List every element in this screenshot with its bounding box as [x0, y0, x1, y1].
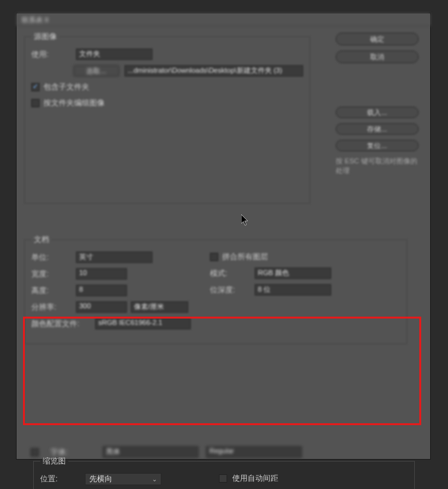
dialog-title: 联系表 II	[22, 16, 49, 24]
bit-label: 位深度:	[210, 285, 255, 296]
res-label: 分辨率:	[31, 302, 76, 313]
font-style-select[interactable]: Regular	[206, 446, 302, 458]
app-background: 联系表 II 确定 取消 载入... 存储... 复位... 按 ESC 键可取…	[0, 0, 448, 489]
place-label: 位置:	[40, 474, 85, 485]
width-input[interactable]: 10	[76, 268, 127, 280]
bit-select[interactable]: 8 位	[255, 284, 331, 296]
res-unit-select[interactable]: 像素/厘米	[131, 301, 188, 313]
place-value: 先横向	[89, 474, 112, 485]
source-legend: 源图像	[31, 31, 59, 42]
include-subfolders-label: 包含子文件夹	[43, 82, 89, 93]
document-legend: 文档	[31, 234, 52, 245]
unit-label: 单位:	[31, 252, 76, 263]
document-fieldset: 文档 单位:英寸 宽度:10 高度:8 分辨率:300像素/厘米 拼合所有图层 …	[24, 234, 407, 344]
mode-select[interactable]: RGB 颜色	[255, 267, 331, 279]
dialog: 联系表 II 确定 取消 载入... 存储... 复位... 按 ESC 键可取…	[16, 13, 431, 460]
flatten-checkbox[interactable]	[210, 253, 218, 261]
reset-button[interactable]: 复位...	[336, 140, 419, 151]
mode-label: 模式:	[210, 268, 255, 279]
load-button[interactable]: 载入...	[336, 107, 419, 118]
action-column: 确定 取消 载入... 存储... 复位... 按 ESC 键可取消对图像的处理	[336, 33, 419, 176]
use-select[interactable]: 文件夹	[76, 49, 153, 60]
dialog-titlebar: 联系表 II	[17, 13, 430, 26]
path-field[interactable]: ...dministrator\Downloads\Desktop\新建文件夹 …	[124, 65, 303, 77]
source-fieldset: 源图像 使用: 文件夹 选取... ...dministrator\Downlo…	[24, 31, 310, 204]
chevron-down-icon: ⌄	[152, 476, 157, 483]
mouse-cursor-icon	[241, 214, 249, 226]
profile-select[interactable]: sRGB IEC61966-2.1	[95, 318, 191, 329]
caption-checkbox[interactable]	[31, 448, 39, 456]
group-by-folder-label: 按文件夹编组图像	[43, 98, 105, 109]
include-subfolders-checkbox[interactable]	[31, 83, 40, 91]
unit-select[interactable]: 英寸	[76, 252, 153, 263]
font-select[interactable]: 黑体	[103, 446, 198, 458]
ok-button[interactable]: 确定	[336, 33, 419, 45]
esc-hint: 按 ESC 键可取消对图像的处理	[336, 156, 419, 176]
thumbnail-fieldset: 缩览图 位置: 先横向 ⌄ 列数: 8	[33, 456, 415, 489]
use-label: 使用:	[31, 49, 76, 60]
cancel-button[interactable]: 取消	[336, 50, 419, 63]
auto-space-label: 使用自动间距	[232, 473, 278, 484]
res-input[interactable]: 300	[76, 301, 127, 313]
auto-space-checkbox[interactable]	[219, 474, 227, 483]
font-label: 字体:	[50, 447, 95, 458]
group-by-folder-checkbox[interactable]	[31, 99, 40, 107]
flatten-label: 拼合所有图层	[222, 252, 268, 262]
width-label: 宽度:	[31, 269, 76, 280]
place-select[interactable]: 先横向 ⌄	[85, 473, 161, 485]
height-label: 高度:	[31, 285, 76, 296]
browse-button[interactable]: 选取...	[73, 65, 119, 77]
save-preset-button[interactable]: 存储...	[336, 123, 419, 135]
profile-label: 颜色配置文件:	[31, 319, 95, 329]
height-input[interactable]: 8	[76, 285, 127, 296]
